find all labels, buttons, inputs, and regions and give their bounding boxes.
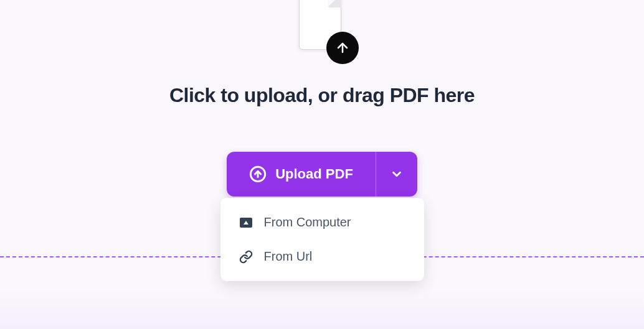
dropdown-item-label: From Url <box>264 249 313 264</box>
upload-circle-icon <box>249 165 267 183</box>
upload-button-group: Upload PDF <box>227 152 417 197</box>
arrow-up-icon <box>335 40 350 55</box>
dropdown-item-from-url[interactable]: From Url <box>220 239 424 274</box>
chevron-down-icon <box>390 167 404 181</box>
dropdown-item-label: From Computer <box>264 215 351 229</box>
upload-area[interactable]: Click to upload, or drag PDF here Upload… <box>0 0 644 281</box>
upload-heading: Click to upload, or drag PDF here <box>169 84 475 107</box>
upload-button-label: Upload PDF <box>275 166 353 182</box>
link-icon <box>239 250 253 264</box>
upload-source-dropdown: From Computer From Url <box>220 198 424 281</box>
file-upload-illustration <box>294 0 350 59</box>
computer-upload-icon <box>239 216 253 229</box>
upload-dropdown-toggle[interactable] <box>376 152 417 197</box>
upload-pdf-button[interactable]: Upload PDF <box>227 152 376 197</box>
upload-arrow-circle <box>326 32 359 64</box>
dropdown-item-from-computer[interactable]: From Computer <box>220 205 424 239</box>
